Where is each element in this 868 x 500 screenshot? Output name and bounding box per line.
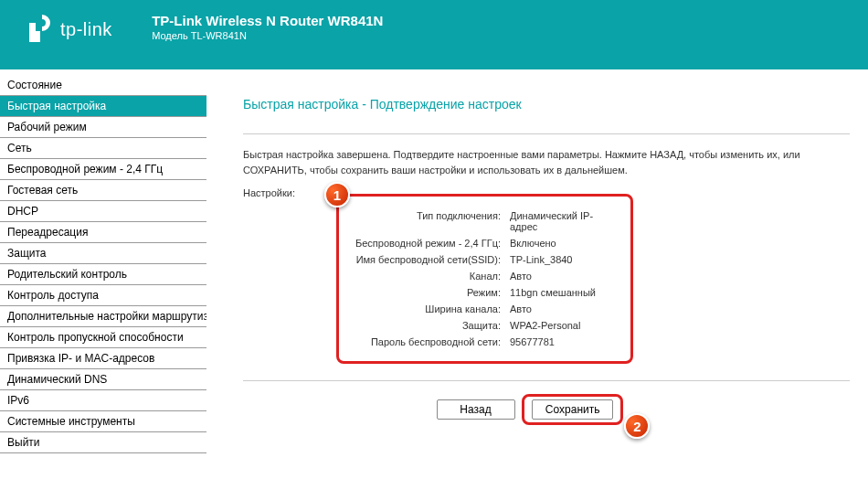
sidebar-item[interactable]: Системные инструменты xyxy=(0,411,206,432)
settings-row: Ширина канала:Авто xyxy=(350,301,619,317)
sidebar-item[interactable]: Быстрая настройка xyxy=(0,96,206,117)
sidebar-item[interactable]: Состояние xyxy=(0,75,206,96)
settings-value: 95677781 xyxy=(510,336,619,347)
settings-row: Режим:11bgn смешанный xyxy=(350,284,619,301)
settings-row: Канал:Авто xyxy=(350,268,619,284)
sidebar-item[interactable]: Переадресация xyxy=(0,222,206,243)
settings-value: TP-Link_3840 xyxy=(510,254,619,265)
product-title: TP-Link Wireless N Router WR841N xyxy=(152,13,383,28)
sidebar-item[interactable]: Дополнительные настройки маршрутизации xyxy=(0,306,206,327)
back-button[interactable]: Назад xyxy=(437,399,515,420)
header: tp-link TP-Link Wireless N Router WR841N… xyxy=(0,0,868,69)
button-row: Назад Сохранить 2 xyxy=(206,394,850,425)
main-content: Быстрая настройка - Подтверждение настро… xyxy=(206,69,868,500)
settings-key: Пароль беспроводной сети: xyxy=(350,336,510,347)
sidebar-item[interactable]: DHCP xyxy=(0,201,206,222)
settings-row: Беспроводной режим - 2,4 ГГц:Включено xyxy=(350,235,619,251)
sidebar-item[interactable]: Родительский контроль xyxy=(0,264,206,285)
settings-value: Включено xyxy=(510,238,619,249)
settings-key: Защита: xyxy=(350,320,510,331)
sidebar-item[interactable]: IPv6 xyxy=(0,390,206,411)
settings-row: Имя беспроводной сети(SSID):TP-Link_3840 xyxy=(350,251,619,268)
settings-value: Авто xyxy=(510,303,619,314)
settings-value: Авто xyxy=(510,271,619,282)
sidebar: СостояниеБыстрая настройкаРабочий режимС… xyxy=(0,69,206,500)
settings-summary-box: 1 Тип подключения:Динамический IP-адресБ… xyxy=(336,194,633,364)
svg-rect-0 xyxy=(29,31,40,42)
callout-marker-1: 1 xyxy=(324,182,350,207)
brand-text: tp-link xyxy=(60,19,112,40)
page-title: Быстрая настройка - Подтверждение настро… xyxy=(243,97,850,112)
save-highlight-box: Сохранить 2 xyxy=(522,394,624,425)
sidebar-item[interactable]: Рабочий режим xyxy=(0,117,206,138)
intro-text: Быстрая настройка завершена. Подтвердите… xyxy=(243,147,810,177)
divider xyxy=(243,133,850,134)
settings-row: Пароль беспроводной сети:95677781 xyxy=(350,334,619,350)
sidebar-item[interactable]: Контроль пропускной способности xyxy=(0,327,206,348)
settings-key: Тип подключения: xyxy=(350,210,510,232)
sidebar-item[interactable]: Контроль доступа xyxy=(0,285,206,306)
settings-value: 11bgn смешанный xyxy=(510,287,619,298)
sidebar-item[interactable]: Динамический DNS xyxy=(0,369,206,390)
sidebar-item[interactable]: Выйти xyxy=(0,432,206,453)
tplink-logo-icon xyxy=(27,13,55,47)
settings-key: Канал: xyxy=(350,271,510,282)
settings-row: Защита:WPA2-Personal xyxy=(350,317,619,334)
logo-area: tp-link xyxy=(27,13,112,47)
settings-value: WPA2-Personal xyxy=(510,320,619,331)
sidebar-item[interactable]: Защита xyxy=(0,243,206,264)
settings-key: Имя беспроводной сети(SSID): xyxy=(350,254,510,265)
model-label: Модель TL-WR841N xyxy=(152,30,383,41)
settings-key: Беспроводной режим - 2,4 ГГц: xyxy=(350,238,510,249)
sidebar-item[interactable]: Привязка IP- и MAC-адресов xyxy=(0,348,206,369)
svg-rect-1 xyxy=(29,23,36,31)
divider xyxy=(243,380,850,381)
settings-value: Динамический IP-адрес xyxy=(510,210,619,232)
settings-label: Настройки: xyxy=(243,187,295,198)
settings-key: Режим: xyxy=(350,287,510,298)
sidebar-item[interactable]: Гостевая сеть xyxy=(0,180,206,201)
sidebar-item[interactable]: Беспроводной режим - 2,4 ГГц xyxy=(0,159,206,180)
callout-marker-2: 2 xyxy=(624,413,650,439)
title-block: TP-Link Wireless N Router WR841N Модель … xyxy=(152,13,383,41)
settings-key: Ширина канала: xyxy=(350,303,510,314)
settings-row: Тип подключения:Динамический IP-адрес xyxy=(350,207,619,235)
save-button[interactable]: Сохранить xyxy=(532,399,614,420)
sidebar-item[interactable]: Сеть xyxy=(0,138,206,159)
